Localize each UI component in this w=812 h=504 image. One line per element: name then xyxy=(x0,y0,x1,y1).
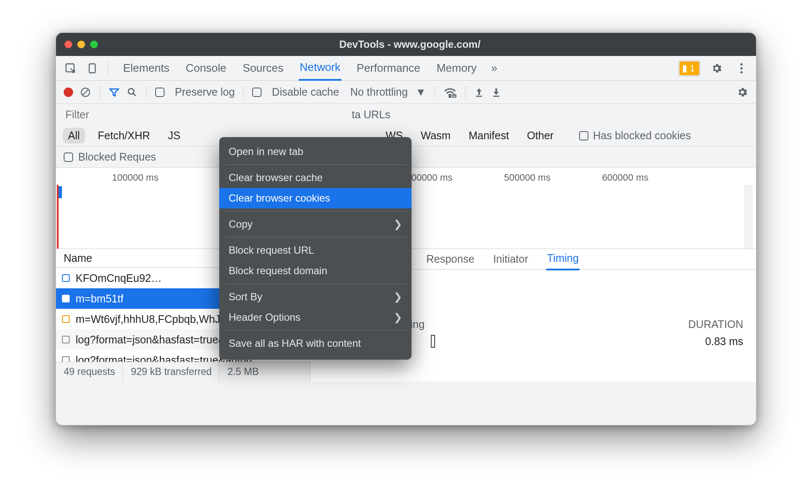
context-menu-item[interactable]: Copy❯ xyxy=(219,214,412,234)
traffic-lights xyxy=(65,41,98,48)
request-name: m=Wt6vjf,hhhU8,FCpbqb,WhJNk xyxy=(76,313,233,325)
network-settings-gear-icon[interactable] xyxy=(736,86,748,98)
svg-point-3 xyxy=(740,67,742,69)
detail-tab-initiator[interactable]: Initiator xyxy=(492,249,529,270)
titlebar: DevTools - www.google.com/ xyxy=(56,33,756,56)
clear-icon[interactable] xyxy=(80,87,91,98)
search-icon[interactable] xyxy=(127,87,138,98)
status-resources: 2.5 MB xyxy=(220,362,266,381)
context-menu-separator xyxy=(224,237,406,237)
svg-rect-12 xyxy=(493,96,499,97)
settings-gear-icon[interactable] xyxy=(708,60,725,77)
overview-selection-marker[interactable] xyxy=(59,186,62,198)
tab-memory[interactable]: Memory xyxy=(435,56,477,80)
context-menu-item[interactable]: Sort By❯ xyxy=(219,287,412,307)
tab-network[interactable]: Network xyxy=(299,56,341,81)
blocked-requests-checkbox[interactable] xyxy=(64,152,73,162)
context-menu-item-label: Block request domain xyxy=(229,265,327,277)
export-har-icon[interactable] xyxy=(491,87,501,98)
detail-tab-timing[interactable]: Timing xyxy=(546,248,580,270)
overview-scrollbar[interactable] xyxy=(744,185,753,249)
has-blocked-cookies-label: Has blocked cookies xyxy=(593,129,691,142)
type-manifest[interactable]: Manifest xyxy=(463,128,514,144)
device-toggle-icon[interactable] xyxy=(84,60,101,77)
chevron-right-icon: ❯ xyxy=(394,291,402,303)
svg-point-9 xyxy=(449,96,451,97)
context-menu-item[interactable]: Open in new tab xyxy=(219,141,412,162)
context-menu-separator xyxy=(224,211,406,211)
chevron-down-icon: ▼ xyxy=(415,86,426,98)
context-menu-item-label: Sort By xyxy=(229,291,262,303)
type-wasm[interactable]: Wasm xyxy=(416,128,456,144)
context-menu-item-label: Clear browser cache xyxy=(229,172,323,184)
network-toolbar: Preserve log Disable cache No throttling… xyxy=(56,81,756,104)
file-type-icon xyxy=(61,273,71,283)
context-menu-item[interactable]: Block request URL xyxy=(219,240,412,261)
tab-sources[interactable]: Sources xyxy=(242,56,284,80)
svg-point-4 xyxy=(740,71,742,73)
type-all[interactable]: All xyxy=(63,128,85,144)
divider xyxy=(465,86,465,99)
file-type-icon xyxy=(61,335,71,344)
timeline-tick: 100000 ms xyxy=(112,172,159,183)
context-menu-item[interactable]: Clear browser cache xyxy=(219,167,412,188)
divider xyxy=(243,86,244,99)
context-menu-item[interactable]: Clear browser cookies xyxy=(219,188,412,208)
inspect-icon[interactable] xyxy=(62,60,79,77)
timeline-tick: 600000 ms xyxy=(602,172,649,183)
queueing-bar xyxy=(431,335,435,348)
type-js[interactable]: JS xyxy=(163,128,185,144)
queueing-value: 0.83 ms xyxy=(705,335,743,348)
tab-console[interactable]: Console xyxy=(185,56,227,80)
svg-line-6 xyxy=(83,89,88,95)
window-minimize-button[interactable] xyxy=(77,41,85,48)
svg-rect-11 xyxy=(476,96,482,97)
divider xyxy=(108,62,109,75)
kebab-menu-icon[interactable] xyxy=(733,60,750,77)
context-menu-item-label: Save all as HAR with content xyxy=(229,337,361,349)
detail-tab-response[interactable]: Response xyxy=(425,249,475,270)
tab-performance[interactable]: Performance xyxy=(356,56,421,80)
has-blocked-cookies-checkbox[interactable] xyxy=(579,131,588,141)
network-conditions-icon[interactable] xyxy=(444,87,456,98)
context-menu-item-label: Clear browser cookies xyxy=(229,192,330,204)
window-zoom-button[interactable] xyxy=(90,41,98,48)
type-other[interactable]: Other xyxy=(522,128,559,144)
preserve-log-checkbox[interactable] xyxy=(155,88,165,97)
context-menu-item-label: Header Options xyxy=(229,311,300,323)
divider xyxy=(435,86,435,99)
window-close-button[interactable] xyxy=(65,41,72,48)
throttling-select[interactable]: No throttling ▼ xyxy=(350,86,426,98)
context-menu-item[interactable]: Save all as HAR with content xyxy=(219,333,412,354)
data-urls-label-fragment: ta URLs xyxy=(352,108,390,121)
context-menu[interactable]: Open in new tabClear browser cacheClear … xyxy=(219,137,412,360)
divider xyxy=(100,86,100,99)
svg-rect-1 xyxy=(89,64,95,73)
file-type-icon xyxy=(61,355,71,362)
preserve-log-label: Preserve log xyxy=(175,86,235,98)
disable-cache-checkbox[interactable] xyxy=(252,88,262,97)
context-menu-item[interactable]: Header Options❯ xyxy=(219,307,412,328)
type-fetchxhr[interactable]: Fetch/XHR xyxy=(93,128,155,144)
context-menu-item-label: Open in new tab xyxy=(229,146,303,158)
tab-elements[interactable]: Elements xyxy=(122,56,170,80)
status-bar: 49 requests 929 kB transferred 2.5 MB xyxy=(56,362,310,381)
divider xyxy=(146,86,147,99)
status-request-count: 49 requests xyxy=(56,362,123,381)
context-menu-item[interactable]: Block request domain xyxy=(219,261,412,281)
context-menu-separator xyxy=(224,284,406,284)
filter-row: ta URLs xyxy=(56,104,756,125)
context-menu-item-label: Block request URL xyxy=(229,244,314,256)
filter-toggle-icon[interactable] xyxy=(109,87,120,98)
warnings-badge[interactable]: ▮ 1 xyxy=(678,60,700,76)
context-menu-separator xyxy=(224,164,406,165)
record-button[interactable] xyxy=(64,88,73,97)
chevron-right-icon: ❯ xyxy=(394,311,402,323)
more-tabs-button[interactable]: » xyxy=(491,62,497,75)
file-type-icon xyxy=(61,314,71,324)
timeline-tick: 400000 ms xyxy=(406,172,453,183)
import-har-icon[interactable] xyxy=(474,87,484,98)
chevron-right-icon: ❯ xyxy=(394,218,402,230)
throttling-value: No throttling xyxy=(350,86,408,98)
filter-input[interactable] xyxy=(65,108,177,121)
